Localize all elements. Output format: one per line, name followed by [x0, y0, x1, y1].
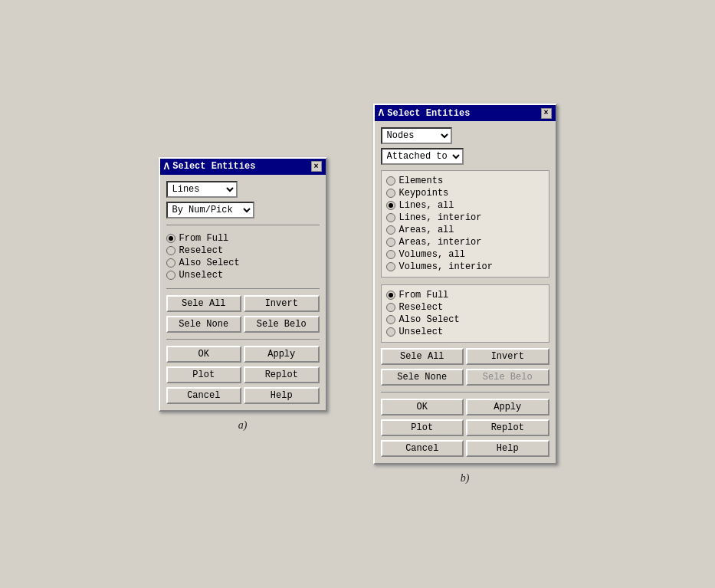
separator-b3: [381, 392, 549, 393]
entity-type-select-b[interactable]: Nodes Lines Elements Keypoints Areas Vol…: [381, 127, 452, 144]
radio-unselect-a[interactable]: Unselect: [166, 270, 320, 281]
button-row-b2: Sele None Sele Belo: [381, 369, 549, 386]
sele-all-button-a[interactable]: Sele All: [166, 295, 242, 312]
button-row-a2: Sele None Sele Belo: [166, 316, 320, 333]
radio-circle-from-full-a: [166, 234, 175, 243]
replot-button-b[interactable]: Replot: [466, 419, 549, 436]
sele-none-button-b[interactable]: Sele None: [381, 369, 464, 386]
button-row-b1: Sele All Invert: [381, 348, 549, 365]
entity-options-group-b: Elements Keypoints Lines, all Lines, int…: [386, 174, 544, 274]
dialog-b: Λ Select Entities × Nodes Lines Elements…: [373, 103, 557, 465]
invert-button-a[interactable]: Invert: [244, 295, 320, 312]
selection-method-group-a: From Full Reselect Also Select Unselect: [166, 232, 320, 282]
button-row-a1: Sele All Invert: [166, 295, 320, 312]
app-icon-a: Λ: [164, 161, 170, 172]
radio-circle-reselect-b: [386, 303, 395, 312]
button-row-b5: Cancel Help: [381, 440, 549, 457]
radio-circle-areas-interior-b: [386, 238, 395, 247]
help-button-b[interactable]: Help: [466, 440, 549, 457]
button-row-b4: Plot Replot: [381, 419, 549, 436]
radio-circle-elements-b: [386, 176, 395, 186]
radio-reselect-b[interactable]: Reselect: [386, 302, 544, 313]
entity-options-section-b: Elements Keypoints Lines, all Lines, int…: [381, 170, 549, 278]
apply-button-a[interactable]: Apply: [244, 346, 320, 363]
dialog-a-title: Select Entities: [172, 161, 255, 172]
radio-also-select-a[interactable]: Also Select: [166, 258, 320, 268]
radio-lines-all-b[interactable]: Lines, all: [386, 200, 544, 211]
cancel-button-a[interactable]: Cancel: [166, 387, 242, 404]
radio-circle-volumes-all-b: [386, 250, 395, 259]
sele-belo-button-a[interactable]: Sele Belo: [244, 316, 320, 333]
radio-circle-keypoints-b: [386, 189, 395, 198]
radio-circle-lines-all-b: [386, 201, 395, 210]
sele-all-button-b[interactable]: Sele All: [381, 348, 464, 365]
button-row-b3: OK Apply: [381, 399, 549, 416]
sele-none-button-a[interactable]: Sele None: [166, 316, 242, 333]
dialog-a: Λ Select Entities × Lines Nodes Elements…: [159, 157, 327, 412]
entity-type-select-a[interactable]: Lines Nodes Elements Keypoints Areas Vol…: [166, 181, 238, 198]
dialog-b-wrapper: Λ Select Entities × Nodes Lines Elements…: [373, 103, 557, 485]
title-bar-b: Λ Select Entities ×: [375, 105, 556, 121]
radio-circle-areas-all-b: [386, 225, 395, 235]
sele-belo-button-b: Sele Belo: [466, 369, 549, 386]
radio-circle-volumes-interior-b: [386, 262, 395, 271]
ok-button-a[interactable]: OK: [166, 346, 242, 363]
radio-circle-also-select-b: [386, 315, 395, 324]
button-row-a3: OK Apply: [166, 346, 320, 363]
app-icon-b: Λ: [379, 107, 385, 119]
radio-circle-unselect-a: [166, 271, 175, 280]
dialog-b-title: Select Entities: [387, 108, 470, 119]
dropdown2-row-b: Attached to By Location By Num/Pick: [381, 148, 549, 165]
radio-circle-also-select-a: [166, 258, 175, 268]
select-method-select-b[interactable]: Attached to By Location By Num/Pick: [381, 148, 464, 165]
radio-circle-reselect-a: [166, 246, 175, 255]
radio-volumes-all-b[interactable]: Volumes, all: [386, 249, 544, 260]
plot-button-b[interactable]: Plot: [381, 419, 464, 436]
title-bar-a: Λ Select Entities ×: [160, 159, 326, 175]
replot-button-a[interactable]: Replot: [244, 366, 320, 383]
radio-unselect-b[interactable]: Unselect: [386, 327, 544, 337]
help-button-a[interactable]: Help: [244, 387, 320, 404]
radio-reselect-a[interactable]: Reselect: [166, 245, 320, 256]
radio-from-full-b[interactable]: From Full: [386, 290, 544, 301]
separator-a2: [166, 288, 320, 289]
selection-method-section-b: From Full Reselect Also Select Unselect: [381, 284, 549, 343]
radio-circle-from-full-b: [386, 291, 395, 300]
radio-areas-interior-b[interactable]: Areas, interior: [386, 237, 544, 248]
dropdown2-row-a: By Num/Pick By Location By Attribute: [166, 202, 320, 218]
apply-button-b[interactable]: Apply: [466, 399, 549, 416]
dialog-b-body: Nodes Lines Elements Keypoints Areas Vol…: [375, 121, 556, 463]
dialog-a-body: Lines Nodes Elements Keypoints Areas Vol…: [160, 175, 326, 410]
close-button-a[interactable]: ×: [311, 161, 322, 172]
selection-method-group-b: From Full Reselect Also Select Unselect: [386, 288, 544, 339]
separator-a1: [166, 225, 320, 225]
ok-button-b[interactable]: OK: [381, 399, 464, 416]
radio-circle-unselect-b: [386, 327, 395, 337]
radio-also-select-b[interactable]: Also Select: [386, 314, 544, 325]
radio-volumes-interior-b[interactable]: Volumes, interior: [386, 261, 544, 272]
invert-button-b[interactable]: Invert: [466, 348, 549, 365]
cancel-button-b[interactable]: Cancel: [381, 440, 464, 457]
plot-button-a[interactable]: Plot: [166, 366, 242, 383]
button-row-a5: Cancel Help: [166, 387, 320, 404]
button-row-a4: Plot Replot: [166, 366, 320, 383]
dialog-a-wrapper: Λ Select Entities × Lines Nodes Elements…: [159, 157, 327, 432]
label-a: a): [238, 419, 248, 432]
radio-keypoints-b[interactable]: Keypoints: [386, 188, 544, 199]
select-method-select-a[interactable]: By Num/Pick By Location By Attribute: [166, 202, 254, 218]
separator-a3: [166, 339, 320, 340]
close-button-b[interactable]: ×: [541, 108, 552, 119]
radio-areas-all-b[interactable]: Areas, all: [386, 225, 544, 235]
label-b: b): [461, 472, 470, 485]
radio-lines-interior-b[interactable]: Lines, interior: [386, 212, 544, 223]
dropdown1-row-a: Lines Nodes Elements Keypoints Areas Vol…: [166, 181, 320, 198]
radio-circle-lines-interior-b: [386, 213, 395, 222]
dropdown1-row-b: Nodes Lines Elements Keypoints Areas Vol…: [381, 127, 549, 144]
radio-elements-b[interactable]: Elements: [386, 176, 544, 186]
radio-from-full-a[interactable]: From Full: [166, 233, 320, 244]
